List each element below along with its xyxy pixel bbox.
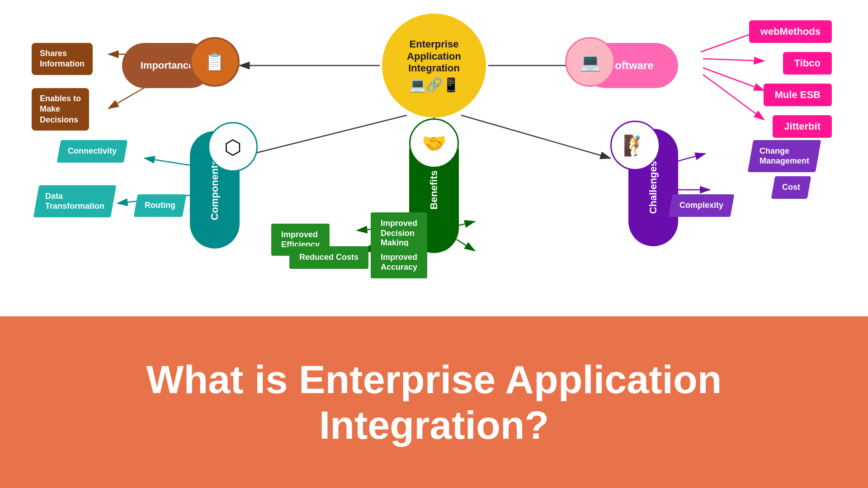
routing-item: Routing (134, 194, 187, 217)
software-item-webmethods: webMethods (749, 20, 832, 43)
decisions-text: Enables toMakeDecisions (40, 94, 81, 125)
challenge-cost-label: Cost (782, 183, 800, 192)
hexagon-icon: ⬡ (224, 136, 241, 159)
bottom-banner: What is Enterprise Application Integrati… (0, 316, 868, 488)
shares-info-box: SharesInformation (32, 43, 93, 75)
importance-label: Importance (141, 60, 194, 71)
shares-info-text: SharesInformation (40, 48, 85, 70)
webmethods-label: webMethods (760, 26, 821, 37)
change-management-label: ChangeManagement (760, 146, 809, 166)
svg-line-16 (461, 115, 610, 158)
change-management-item: ChangeManagement (748, 140, 821, 172)
software-item-tibco: Tibco (783, 52, 832, 75)
jitterbit-label: Jitterbit (784, 121, 821, 132)
svg-line-22 (457, 221, 475, 226)
person-obstacle-icon: 🧗 (623, 134, 648, 157)
complexity-label: Complexity (679, 201, 723, 211)
challenges-icon-circle: 🧗 (610, 121, 660, 170)
tibco-label: Tibco (794, 57, 821, 69)
data-transform-item: DataTransformation (33, 185, 117, 217)
reduced-costs-label: Reduced Costs (299, 253, 359, 262)
challenge-cost-item: Cost (771, 176, 811, 199)
handshake-icon: 🤝 (422, 131, 447, 155)
routing-label: Routing (145, 201, 175, 211)
complexity-item: Complexity (669, 194, 735, 217)
connectivity-item: Connectivity (57, 140, 128, 163)
center-title: Enterprise Application Integration (402, 38, 466, 74)
computer-icon: 💻 (580, 52, 601, 72)
connectivity-label: Connectivity (68, 146, 117, 156)
accuracy-label: ImprovedAccuracy (381, 253, 417, 272)
svg-line-12 (703, 68, 764, 90)
diagram-area: Enterprise Application Integration 💻🔗📱 📋… (0, 0, 868, 316)
svg-line-13 (703, 75, 764, 120)
components-label: Components (209, 160, 221, 220)
svg-line-23 (457, 239, 475, 251)
importance-icon-circle: 📋 (190, 37, 240, 87)
decision-making-label: ImprovedDecisionMaking (381, 219, 417, 247)
components-icon-circle: ⬡ (208, 122, 258, 172)
software-icon-circle: 💻 (565, 37, 615, 87)
challenges-label: Challenges (647, 161, 659, 214)
mule-label: Mule ESB (775, 89, 821, 100)
banner-title: What is Enterprise Application Integrati… (146, 357, 722, 448)
data-transform-label: DataTransformation (45, 192, 104, 211)
center-circle: Enterprise Application Integration 💻🔗📱 (382, 14, 486, 117)
svg-line-14 (235, 115, 407, 158)
accuracy-item: ImprovedAccuracy (371, 246, 427, 278)
checklist-icon: 📋 (203, 52, 226, 73)
reduced-costs-item: Reduced Costs (289, 246, 368, 269)
software-item-mule: Mule ESB (764, 84, 832, 106)
benefits-icon-circle: 🤝 (409, 118, 459, 168)
center-icon: 💻🔗📱 (409, 77, 459, 93)
software-item-jitterbit: Jitterbit (773, 115, 832, 138)
benefits-label: Benefits (428, 170, 440, 210)
svg-line-11 (703, 59, 764, 61)
decisions-box: Enables toMakeDecisions (32, 88, 89, 131)
